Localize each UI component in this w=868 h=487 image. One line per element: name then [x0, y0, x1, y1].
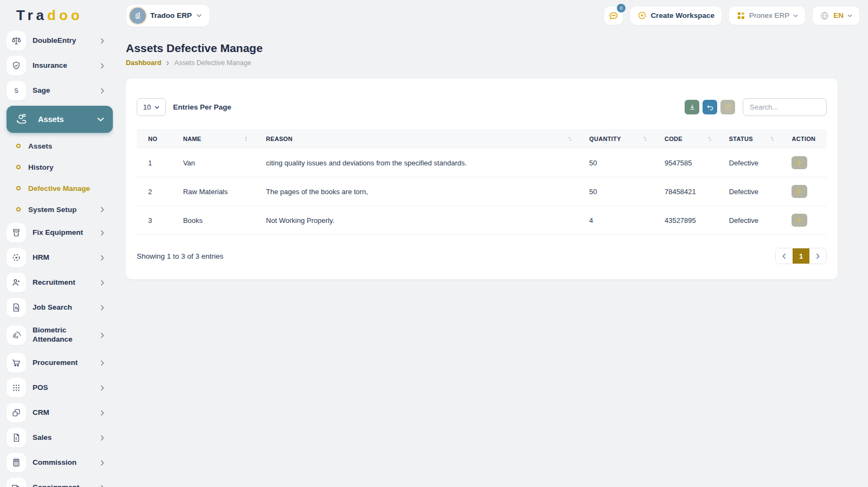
chevron-down-icon	[97, 117, 104, 121]
col-header-name[interactable]: NAME	[171, 129, 254, 149]
undo-icon	[706, 104, 714, 111]
boxes-icon	[7, 403, 26, 422]
sort-icon	[643, 136, 648, 142]
logo-teal-part: Tra	[16, 7, 47, 23]
row-action-button[interactable]	[792, 185, 807, 198]
create-workspace-button[interactable]: Create Workspace	[630, 7, 722, 25]
cell-status: Defective	[718, 177, 781, 206]
sidebar-item-commission[interactable]: Commission	[7, 453, 107, 472]
cell-reason: citing quality issues and deviations fro…	[254, 149, 578, 177]
sidebar-item-doubleentry[interactable]: DoubleEntry	[7, 31, 107, 50]
chat-badge: 0	[617, 4, 626, 12]
sidebar-subitem-system-setup[interactable]: System Setup	[16, 201, 107, 217]
pagination-next-button[interactable]	[809, 248, 826, 264]
chevron-right-icon	[100, 63, 104, 69]
undo-button[interactable]	[703, 100, 717, 114]
sidebar-item-insurance[interactable]: Insurance	[7, 56, 107, 75]
sidebar-item-label: Job Search	[33, 303, 100, 312]
topbar-actions: 0 Create Workspace Pronex ERP EN	[604, 7, 859, 25]
chevron-right-icon	[100, 460, 104, 466]
search-input[interactable]	[743, 98, 827, 116]
showing-entries-text: Showing 1 to 3 of 3 entries	[137, 252, 224, 260]
cell-name: Raw Materials	[171, 177, 254, 206]
chevron-right-icon	[100, 38, 104, 44]
sidebar-item-label: Insurance	[33, 61, 100, 71]
truck-icon	[7, 478, 26, 487]
sidebar-item-hrm[interactable]: HRM	[7, 248, 107, 267]
chevron-right-icon	[100, 230, 104, 236]
bullet-icon	[16, 144, 21, 148]
chevron-right-icon	[100, 360, 104, 366]
workspace-label: Tradoo ERP	[150, 11, 192, 20]
col-header-code[interactable]: CODE	[653, 129, 718, 149]
chevron-right-icon	[100, 280, 104, 286]
sidebar-item-sage[interactable]: S Sage	[7, 81, 107, 100]
entries-per-page-select[interactable]: 10	[137, 98, 166, 116]
logo-gold-part: doo	[47, 7, 83, 23]
sidebar-item-biometric-attendance[interactable]: Biometric Attendance	[7, 323, 107, 348]
svg-text:S: S	[14, 87, 18, 94]
page-title: Assets Defective Manage	[126, 42, 855, 55]
sidebar-item-pos[interactable]: POS	[7, 378, 107, 398]
sidebar-subitem-defective-manage[interactable]: Defective Manage	[16, 180, 107, 196]
refresh-button[interactable]	[720, 100, 735, 114]
sidebar-item-label: Sage	[33, 86, 100, 95]
sidebar-item-crm[interactable]: CRM	[7, 403, 107, 422]
sidebar-subitem-label: System Setup	[28, 206, 100, 214]
bullet-icon	[16, 165, 21, 169]
chevron-right-icon	[100, 385, 104, 391]
chevron-down-icon	[196, 14, 202, 17]
chevron-right-icon	[100, 255, 104, 261]
create-workspace-label: Create Workspace	[650, 11, 714, 20]
defective-assets-table: NO NAME REASON QUANTITY CODE STATUS ACTI…	[137, 129, 827, 235]
pagination: 1	[775, 248, 827, 264]
caret-right-icon	[797, 161, 801, 165]
chevron-right-icon	[166, 61, 169, 66]
col-header-status[interactable]: STATUS	[718, 129, 781, 149]
erp-switcher[interactable]: Pronex ERP	[729, 7, 805, 25]
sidebar-item-label: Biometric Attendance	[33, 326, 100, 344]
pagination-prev-button[interactable]	[776, 248, 793, 264]
chevron-right-icon	[100, 305, 104, 311]
sidebar-item-label: POS	[33, 383, 100, 393]
sidebar-item-recruitment[interactable]: Recruitment	[7, 273, 107, 292]
breadcrumb-dashboard-link[interactable]: Dashboard	[126, 59, 161, 67]
bullet-icon	[16, 186, 21, 190]
row-action-button[interactable]	[792, 156, 807, 169]
cell-no: 3	[137, 206, 171, 235]
chat-button[interactable]: 0	[604, 7, 623, 25]
sidebar-item-label: Consignment	[33, 483, 100, 487]
download-button[interactable]	[685, 100, 699, 114]
person-plus-icon	[7, 273, 26, 292]
brand-logo[interactable]: Tradoo	[16, 7, 114, 24]
col-header-quantity[interactable]: QUANTITY	[578, 129, 653, 149]
cell-reason: Not Working Properly.	[254, 206, 578, 235]
building-icon	[130, 8, 146, 24]
col-header-action: ACTION	[780, 129, 827, 149]
chevron-right-icon	[100, 435, 104, 441]
table-row: 2 Raw Materials The pages of the books a…	[137, 177, 827, 206]
sidebar-item-procurement[interactable]: Procurement	[7, 353, 107, 373]
sidebar-item-job-search[interactable]: Job Search	[7, 298, 107, 317]
sidebar-item-consignment[interactable]: Consignment	[7, 478, 107, 487]
col-header-reason[interactable]: REASON	[254, 129, 578, 149]
cell-code: 9547585	[653, 149, 718, 177]
main-content: Assets Defective Manage Dashboard Assets…	[114, 31, 868, 487]
workspace-selector[interactable]: Tradoo ERP	[126, 5, 209, 27]
sidebar-item-label: CRM	[33, 408, 100, 418]
language-selector[interactable]: EN	[813, 7, 859, 25]
caret-right-icon	[797, 218, 801, 223]
chevron-right-icon	[100, 485, 104, 487]
file-icon	[7, 428, 26, 447]
globe-icon	[820, 11, 829, 21]
pagination-page-1[interactable]: 1	[793, 248, 809, 264]
sidebar-item-assets[interactable]: Assets	[7, 106, 113, 133]
equipment-box-icon	[7, 223, 26, 242]
cell-name: Van	[171, 149, 254, 177]
sidebar-item-fix-equipment[interactable]: Fix Equipment	[7, 223, 107, 242]
sidebar-subitem-assets[interactable]: Assets	[16, 138, 107, 154]
row-action-button[interactable]	[792, 214, 807, 227]
sidebar: DoubleEntry Insurance S Sage Assets A	[0, 31, 114, 487]
sidebar-item-sales[interactable]: Sales	[7, 428, 107, 447]
sidebar-subitem-history[interactable]: History	[16, 159, 107, 175]
